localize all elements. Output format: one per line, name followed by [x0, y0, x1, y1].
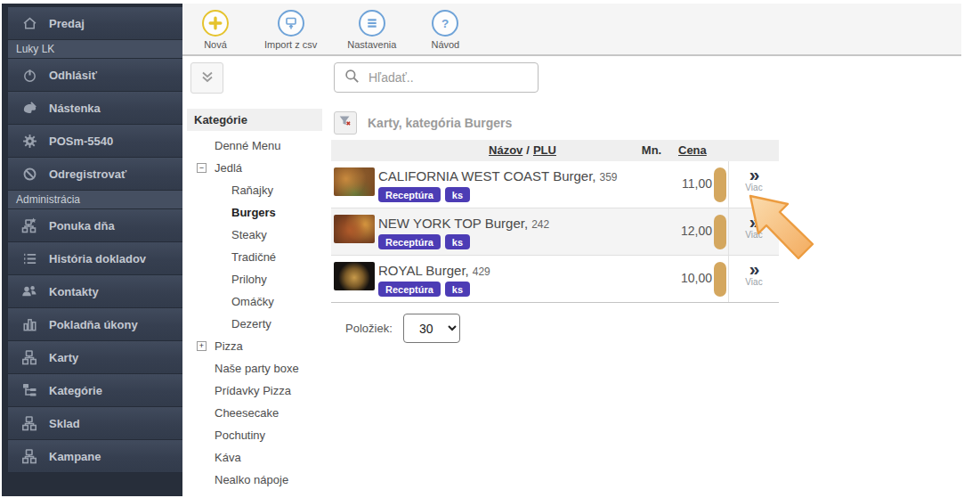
category-item-label: Raňajky: [187, 184, 273, 197]
product-price: 10,00: [645, 271, 712, 285]
sidebar-item-odhl-si-[interactable]: Odhlásiť: [8, 59, 182, 92]
product-price: 12,00: [645, 224, 712, 238]
sidebar-item-kateg-rie[interactable]: Kategórie: [8, 374, 182, 407]
search-box[interactable]: [334, 62, 539, 93]
category-item-k-va[interactable]: Káva: [187, 446, 328, 469]
more-button[interactable]: » Viac: [728, 256, 779, 302]
gear-icon: [20, 133, 39, 150]
sidebar-item-n-stenka[interactable]: Nástenka: [8, 92, 182, 125]
category-item-label: Omáčky: [187, 295, 274, 308]
sidebar-item-kontakty[interactable]: Kontakty: [8, 275, 182, 308]
per-page-select[interactable]: 30: [403, 314, 460, 343]
category-item-nealko-n-poje[interactable]: Nealko nápoje: [187, 469, 328, 491]
sidebar-item-karty[interactable]: Karty: [8, 341, 182, 374]
results-context-label: Karty, kategória Burgers: [368, 116, 512, 130]
header-separator: /: [526, 143, 530, 157]
toolbar-button-nastavenia[interactable]: Nastavenia: [347, 10, 396, 50]
category-item-cheesecake[interactable]: Cheesecake: [187, 402, 328, 424]
category-item-pr-davky-pizza[interactable]: Prídavky Pizza: [187, 380, 328, 402]
category-item-pizza[interactable]: + Pizza: [187, 335, 328, 357]
toolbar-button-label: Import z csv: [264, 39, 317, 50]
sidebar-item-poklad-a-kony[interactable]: Pokladňa úkony: [8, 308, 182, 341]
main-content: Karty, kategória Burgers Názov/PLU Mn. C…: [331, 62, 779, 343]
more-button[interactable]: » Viac: [728, 161, 779, 208]
badge-receptúra: Receptúra: [378, 234, 441, 249]
sort-by-plu-link[interactable]: PLU: [533, 143, 556, 157]
category-item-label: Prídavky Pizza: [187, 384, 291, 397]
power-icon: [20, 67, 39, 84]
column-header-mn: Mn.: [634, 140, 669, 161]
sidebar-item-odregistrova-[interactable]: Odregistrovať: [8, 158, 182, 191]
category-item-steaky[interactable]: Steaky: [187, 224, 328, 246]
sidebar-item-posm-5540[interactable]: POSm-5540: [8, 125, 182, 158]
category-item-label: Cheesecake: [187, 406, 279, 420]
table-row: CALIFORNIA WEST COAST Burger,359 Receptú…: [331, 161, 779, 208]
sidebar-section-label: Administrácia: [8, 191, 182, 209]
top-toolbar: Nová Import z csv Nastavenia ? Návod: [182, 4, 961, 56]
expander-icon[interactable]: +: [197, 341, 207, 351]
product-plu: 359: [600, 171, 618, 184]
table-header: Názov/PLU Mn. Cena: [331, 140, 779, 161]
sidebar-item-label: Ponuka dňa: [49, 219, 115, 233]
filter-row: Karty, kategória Burgers: [334, 111, 779, 135]
sidebar-item-label: POSm-5540: [49, 135, 113, 148]
sidebar-section-label: Luky LK: [8, 40, 182, 59]
category-item-ra-ajky[interactable]: Raňajky: [187, 179, 328, 201]
category-item-label: Dezerty: [187, 317, 271, 331]
product-title: ROYAL Burger,429: [378, 263, 490, 278]
org-boxes-icon: [20, 414, 39, 432]
import-icon: [278, 10, 304, 37]
category-item-label: Burgers: [187, 206, 276, 219]
toolbar-button-nov-[interactable]: Nová: [197, 10, 234, 50]
category-item-om-ky[interactable]: Omáčky: [187, 290, 328, 313]
search-input[interactable]: [369, 70, 520, 85]
sidebar-item-label: Kategórie: [49, 384, 102, 397]
sidebar-item-sklad[interactable]: Sklad: [8, 407, 182, 440]
ban-icon: [20, 166, 39, 183]
category-item-denn-menu[interactable]: Denné Menu: [187, 135, 328, 157]
collapse-panel-button[interactable]: [190, 62, 223, 94]
category-item-prilohy[interactable]: Prilohy: [187, 268, 328, 290]
category-item-label: Pochutiny: [187, 429, 265, 442]
category-item-jedl-[interactable]: − Jedlá: [187, 157, 328, 179]
burger-photo-dark: [334, 262, 375, 290]
product-name: ROYAL Burger,: [378, 263, 469, 278]
badge-ks: ks: [445, 282, 470, 297]
toolbar-button-import-z-csv[interactable]: Import z csv: [264, 10, 317, 50]
category-item-label: Tradičné: [187, 250, 276, 264]
category-item-na-e-party-boxe[interactable]: Naše party boxe: [187, 357, 328, 380]
sidebar-item-predaj[interactable]: Predaj: [8, 7, 182, 40]
product-name: NEW YORK TOP Burger,: [378, 216, 528, 231]
product-badges: Receptúraks: [378, 234, 470, 249]
product-title: CALIFORNIA WEST COAST Burger,359: [378, 168, 618, 184]
items-per-page-label: Položiek:: [345, 322, 393, 335]
home-icon: [20, 15, 39, 32]
category-item-tradi-n-[interactable]: Tradičné: [187, 246, 328, 268]
product-badges: Receptúraks: [378, 187, 470, 202]
sidebar-item-label: Karty: [49, 351, 78, 364]
category-item-label: Káva: [187, 451, 241, 464]
sidebar-item-kampane[interactable]: Kampane: [8, 440, 182, 473]
sidebar-item-label: Sklad: [49, 417, 80, 430]
category-item-dezerty[interactable]: Dezerty: [187, 313, 328, 335]
table-row: NEW YORK TOP Burger,242 Receptúraks 12,0…: [331, 208, 779, 256]
list-icon: [20, 250, 39, 267]
category-panel: Kategórie Denné Menu − Jedlá Raňajky Bur…: [187, 62, 328, 491]
sidebar-item-ponuka-d-a[interactable]: Ponuka dňa: [8, 209, 182, 242]
category-panel-title: Kategórie: [187, 109, 322, 131]
toolbar-button-label: Nová: [204, 39, 227, 50]
tree-icon: [20, 381, 39, 399]
category-item-pochutiny[interactable]: Pochutiny: [187, 424, 328, 446]
sort-by-cena-link[interactable]: Cena: [678, 140, 707, 161]
category-item-burgers[interactable]: Burgers: [187, 201, 328, 224]
more-button[interactable]: » Viac: [728, 208, 779, 255]
more-button-label: Viac: [729, 277, 779, 287]
expander-icon[interactable]: −: [197, 163, 207, 173]
price-pill-bar: [714, 262, 726, 297]
more-button-label: Viac: [729, 230, 779, 240]
sort-by-nazov-link[interactable]: Názov: [489, 143, 522, 157]
clear-filter-button[interactable]: [334, 111, 357, 135]
toolbar-button-n-vod[interactable]: ? Návod: [426, 10, 464, 50]
more-button-label: Viac: [729, 183, 779, 192]
sidebar-item-hist-ria-dokladov[interactable]: História dokladov: [8, 242, 182, 275]
